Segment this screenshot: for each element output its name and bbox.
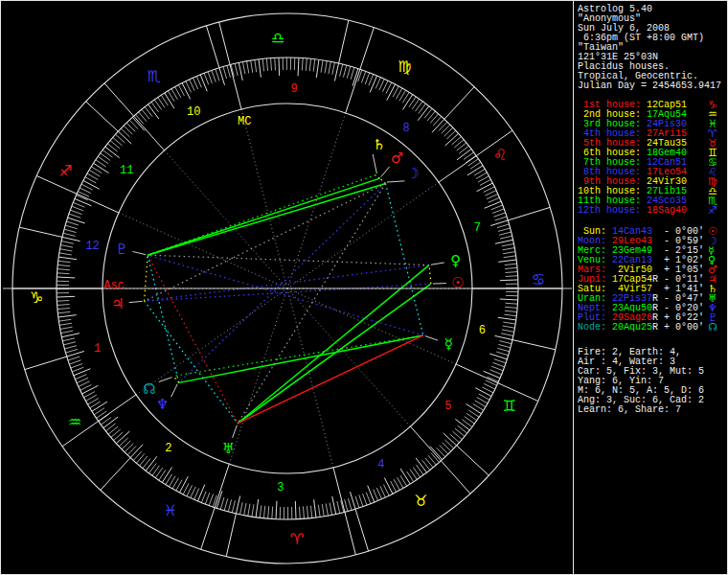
plut-icon: ♇ xyxy=(115,241,127,258)
node-icon: ☊ xyxy=(143,380,155,398)
midheaven-label: MC xyxy=(238,115,251,128)
house-cusp-spoke xyxy=(241,109,287,288)
venu-icon: ♀ xyxy=(450,252,461,269)
planet-pointer-line xyxy=(425,336,438,341)
zodiac-sign-icon: ♐ xyxy=(58,162,72,180)
aspect-line xyxy=(145,184,386,302)
planet-pointer-line xyxy=(431,263,444,264)
house-cusp-spoke xyxy=(229,288,287,464)
sun-icon: ☉ xyxy=(451,274,464,291)
planet-pointer-line xyxy=(129,301,143,302)
house-cusp-line xyxy=(201,464,230,549)
house-number: 9 xyxy=(291,82,298,96)
sign-boundary-line xyxy=(339,20,349,63)
aspect-line xyxy=(145,265,429,302)
header-line: Julian Day = 2454653.9417 xyxy=(578,81,727,91)
house-number: 7 xyxy=(474,221,481,235)
house-number: 1 xyxy=(94,342,101,356)
sign-boundary-line xyxy=(19,227,62,237)
house-number: 11 xyxy=(120,164,133,177)
aspect-line xyxy=(238,335,423,424)
nept-icon: ♆ xyxy=(156,396,169,413)
planet-pointer-line xyxy=(159,378,172,382)
house-cusp-spoke xyxy=(287,182,439,288)
zodiac-sign-icon: ♎ xyxy=(271,29,284,47)
zodiac-sign-icon: ♓ xyxy=(163,501,176,519)
house-number: 8 xyxy=(403,122,410,135)
aspect-line xyxy=(148,255,179,382)
house-cusp-line xyxy=(456,364,538,402)
house-number: 10 xyxy=(187,105,200,119)
node-icon: ☊ xyxy=(708,322,717,333)
aspect-line xyxy=(379,178,385,183)
aspect-line xyxy=(179,335,423,382)
sign-boundary-line xyxy=(457,446,489,475)
mars-icon: ♂ xyxy=(391,150,403,167)
aspect-line xyxy=(145,255,148,301)
zodiac-sign-icon: ♈ xyxy=(290,530,304,548)
planet-pointer-line xyxy=(133,251,147,254)
planet-pointer-line xyxy=(373,154,376,173)
aspect-line xyxy=(179,184,386,383)
zodiac-sign-icon: ♐ xyxy=(708,205,717,216)
natal-chart-wheel: ♈♉♊♋♌♍♎♏♐♑♒♓123456789101112☉☽☿♀♂♃♄♅♆♇☊As… xyxy=(1,1,574,575)
moon-icon: ☽ xyxy=(407,165,420,182)
sign-boundary-line xyxy=(512,340,556,350)
sign-boundary-line xyxy=(355,509,369,551)
planet-pointer-line xyxy=(233,426,238,438)
zodiac-sign-icon: ♌ xyxy=(493,146,507,164)
sign-boundary-line xyxy=(206,26,219,68)
uran-icon: ♅ xyxy=(222,440,235,457)
aspect-line xyxy=(173,335,423,377)
sign-boundary-line xyxy=(444,87,474,120)
sign-boundary-line xyxy=(226,514,236,557)
panel-divider xyxy=(573,1,574,575)
aspect-line xyxy=(375,175,379,178)
planet-position-row: Node: 20Aqu25R + 0°00'☊ xyxy=(578,323,727,333)
chart-header-block: Astrolog 5.40"Anonymous"Sun July 6, 2008… xyxy=(578,5,727,91)
aspect-line xyxy=(429,265,431,285)
house-cusp-list: 1st house: 12Cap51♑ 2nd house: 17Aqu54♒ … xyxy=(578,101,727,216)
house-number: 5 xyxy=(444,400,451,413)
merc-icon: ☿ xyxy=(444,335,453,353)
zodiac-sign-icon: ♏ xyxy=(147,67,160,85)
house-cusp-spoke xyxy=(136,288,287,395)
jupi-icon: ♃ xyxy=(111,295,124,312)
planet-pointer-line xyxy=(171,384,178,398)
sign-boundary-line xyxy=(101,458,130,491)
stats-line: Learn: 6, Share: 7 xyxy=(578,405,727,415)
house-cusp-line xyxy=(219,22,241,109)
house-cusp-spoke xyxy=(119,213,287,288)
astrolog-window: ♈♉♊♋♌♍♎♏♐♑♒♓123456789101112☉☽☿♀♂♃♄♅♆♇☊As… xyxy=(0,0,728,575)
house-cusp-spoke xyxy=(165,150,287,288)
sign-boundary-line xyxy=(508,207,550,220)
house-number: 6 xyxy=(479,324,486,337)
zodiac-sign-icon: ♋ xyxy=(532,270,545,288)
house-number: 2 xyxy=(165,442,171,455)
zodiac-sign-icon: ♉ xyxy=(414,492,427,510)
zodiac-sign-icon: ♍ xyxy=(398,58,411,76)
house-cusp-line xyxy=(333,468,355,555)
info-panel: Astrolog 5.40"Anonymous"Sun July 6, 2008… xyxy=(578,5,727,415)
house-cusp-line xyxy=(36,175,119,213)
planet-position-list: Sun: 14Can43 - 0°00'☉Moon: 29Leo43 - 0°5… xyxy=(578,227,727,333)
house-number: 3 xyxy=(277,481,284,494)
chart-statistics-block: Fire: 2, Earth: 4,Air : 4, Water: 3Car: … xyxy=(578,348,727,415)
house-cusp-spoke xyxy=(287,288,333,468)
house-number: 4 xyxy=(377,458,384,472)
planet-pointer-line xyxy=(381,167,390,177)
house-cusp-line xyxy=(346,28,375,113)
zodiac-sign-icon: ♒ xyxy=(68,413,81,431)
aspect-line xyxy=(238,284,431,424)
house-number: 12 xyxy=(85,240,99,253)
aspect-line xyxy=(148,255,423,335)
aspect-line xyxy=(148,184,385,256)
satu-icon: ♄ xyxy=(373,136,385,153)
sign-boundary-line xyxy=(86,102,119,131)
aspect-line xyxy=(148,178,379,255)
house-cusp-line xyxy=(104,83,165,150)
ascendant-label: Asc xyxy=(103,279,125,292)
zodiac-sign-icon: ♊ xyxy=(502,397,515,415)
zodiac-sign-icon: ♑ xyxy=(30,288,43,307)
sign-boundary-line xyxy=(25,356,67,370)
